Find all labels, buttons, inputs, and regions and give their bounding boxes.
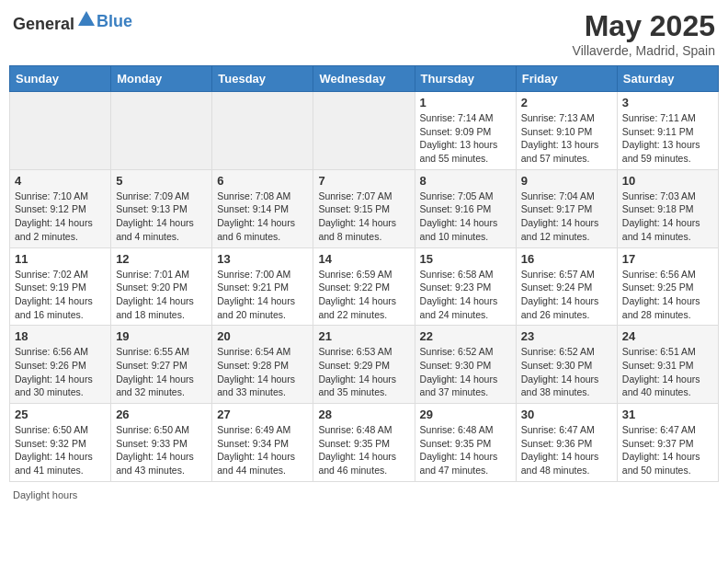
title-block: May 2025 Villaverde, Madrid, Spain	[573, 9, 715, 58]
day-number: 2	[521, 96, 612, 109]
day-info: Sunrise: 7:03 AMSunset: 9:18 PMDaylight:…	[622, 190, 713, 244]
calendar-day-cell: 30Sunrise: 6:47 AMSunset: 9:36 PMDayligh…	[516, 404, 617, 482]
calendar-day-cell: 28Sunrise: 6:48 AMSunset: 9:35 PMDayligh…	[313, 404, 415, 482]
calendar-table: SundayMondayTuesdayWednesdayThursdayFrid…	[9, 65, 719, 482]
calendar-day-cell: 29Sunrise: 6:48 AMSunset: 9:35 PMDayligh…	[415, 404, 516, 482]
day-number: 18	[15, 329, 106, 343]
day-number: 12	[116, 252, 207, 266]
calendar-day-cell: 4Sunrise: 7:10 AMSunset: 9:12 PMDaylight…	[10, 169, 111, 247]
calendar-day-header: Tuesday	[212, 66, 313, 92]
calendar-day-cell: 22Sunrise: 6:52 AMSunset: 9:30 PMDayligh…	[415, 326, 516, 404]
day-number: 26	[116, 408, 207, 421]
calendar-week-row: 18Sunrise: 6:56 AMSunset: 9:26 PMDayligh…	[10, 326, 719, 404]
page-header: General Blue May 2025 Villaverde, Madrid…	[9, 9, 719, 58]
calendar-day-cell: 2Sunrise: 7:13 AMSunset: 9:10 PMDaylight…	[516, 92, 617, 170]
day-info: Sunrise: 6:47 AMSunset: 9:36 PMDaylight:…	[521, 423, 612, 477]
title-month: May 2025	[573, 9, 715, 43]
day-info: Sunrise: 6:56 AMSunset: 9:26 PMDaylight:…	[15, 345, 106, 399]
day-number: 25	[15, 408, 106, 421]
day-number: 11	[15, 252, 106, 266]
day-info: Sunrise: 6:47 AMSunset: 9:37 PMDaylight:…	[622, 423, 713, 477]
day-number: 22	[420, 329, 511, 343]
calendar-day-cell: 6Sunrise: 7:08 AMSunset: 9:14 PMDaylight…	[212, 169, 313, 247]
calendar-day-cell: 8Sunrise: 7:05 AMSunset: 9:16 PMDaylight…	[415, 169, 516, 247]
logo: General Blue	[13, 9, 132, 34]
logo-text-blue: Blue	[97, 12, 132, 30]
calendar-day-cell: 31Sunrise: 6:47 AMSunset: 9:37 PMDayligh…	[617, 404, 718, 482]
day-number: 27	[217, 408, 308, 421]
day-info: Sunrise: 7:09 AMSunset: 9:13 PMDaylight:…	[116, 190, 207, 244]
calendar-day-cell	[313, 92, 415, 170]
logo-text-general: General	[13, 15, 74, 33]
day-info: Sunrise: 7:02 AMSunset: 9:19 PMDaylight:…	[15, 268, 106, 322]
calendar-header-row: SundayMondayTuesdayWednesdayThursdayFrid…	[10, 66, 719, 92]
day-info: Sunrise: 6:55 AMSunset: 9:27 PMDaylight:…	[116, 345, 207, 399]
calendar-week-row: 11Sunrise: 7:02 AMSunset: 9:19 PMDayligh…	[10, 247, 719, 326]
calendar-day-header: Monday	[111, 66, 212, 92]
day-number: 28	[318, 408, 409, 421]
day-number: 31	[622, 408, 713, 421]
svg-marker-0	[78, 11, 95, 26]
day-number: 7	[318, 174, 409, 188]
calendar-day-cell: 10Sunrise: 7:03 AMSunset: 9:18 PMDayligh…	[617, 169, 718, 247]
calendar-day-cell: 9Sunrise: 7:04 AMSunset: 9:17 PMDaylight…	[516, 169, 617, 247]
calendar-day-cell: 15Sunrise: 6:58 AMSunset: 9:23 PMDayligh…	[415, 247, 516, 326]
logo-icon	[76, 9, 97, 29]
calendar-day-cell: 14Sunrise: 6:59 AMSunset: 9:22 PMDayligh…	[313, 247, 415, 326]
day-number: 14	[318, 252, 409, 266]
calendar-day-cell: 25Sunrise: 6:50 AMSunset: 9:32 PMDayligh…	[10, 404, 111, 482]
calendar-day-cell	[10, 92, 111, 170]
day-info: Sunrise: 6:59 AMSunset: 9:22 PMDaylight:…	[318, 268, 409, 322]
day-info: Sunrise: 7:04 AMSunset: 9:17 PMDaylight:…	[521, 190, 612, 244]
calendar-week-row: 4Sunrise: 7:10 AMSunset: 9:12 PMDaylight…	[10, 169, 719, 247]
calendar-day-cell: 21Sunrise: 6:53 AMSunset: 9:29 PMDayligh…	[313, 326, 415, 404]
day-number: 23	[521, 329, 612, 343]
calendar-day-cell: 7Sunrise: 7:07 AMSunset: 9:15 PMDaylight…	[313, 169, 415, 247]
day-number: 5	[116, 174, 207, 188]
day-number: 1	[420, 96, 511, 109]
calendar-day-header: Sunday	[10, 66, 111, 92]
day-info: Sunrise: 6:52 AMSunset: 9:30 PMDaylight:…	[521, 345, 612, 399]
day-info: Sunrise: 6:48 AMSunset: 9:35 PMDaylight:…	[420, 423, 511, 477]
day-number: 10	[622, 174, 713, 188]
day-info: Sunrise: 7:00 AMSunset: 9:21 PMDaylight:…	[217, 268, 308, 322]
day-info: Sunrise: 6:50 AMSunset: 9:32 PMDaylight:…	[15, 423, 106, 477]
day-info: Sunrise: 7:01 AMSunset: 9:20 PMDaylight:…	[116, 268, 207, 322]
day-number: 16	[521, 252, 612, 266]
day-info: Sunrise: 6:50 AMSunset: 9:33 PMDaylight:…	[116, 423, 207, 477]
day-info: Sunrise: 6:52 AMSunset: 9:30 PMDaylight:…	[420, 345, 511, 399]
day-info: Sunrise: 7:11 AMSunset: 9:11 PMDaylight:…	[622, 111, 713, 166]
day-info: Sunrise: 6:58 AMSunset: 9:23 PMDaylight:…	[420, 268, 511, 322]
calendar-day-cell	[111, 92, 212, 170]
day-info: Sunrise: 6:53 AMSunset: 9:29 PMDaylight:…	[318, 345, 409, 399]
day-info: Sunrise: 7:07 AMSunset: 9:15 PMDaylight:…	[318, 190, 409, 244]
calendar-day-cell: 20Sunrise: 6:54 AMSunset: 9:28 PMDayligh…	[212, 326, 313, 404]
day-number: 17	[622, 252, 713, 266]
day-info: Sunrise: 7:10 AMSunset: 9:12 PMDaylight:…	[15, 190, 106, 244]
calendar-day-cell: 18Sunrise: 6:56 AMSunset: 9:26 PMDayligh…	[10, 326, 111, 404]
calendar-week-row: 1Sunrise: 7:14 AMSunset: 9:09 PMDaylight…	[10, 92, 719, 170]
day-info: Sunrise: 6:51 AMSunset: 9:31 PMDaylight:…	[622, 345, 713, 399]
day-number: 8	[420, 174, 511, 188]
day-info: Sunrise: 7:08 AMSunset: 9:14 PMDaylight:…	[217, 190, 308, 244]
calendar-day-cell: 24Sunrise: 6:51 AMSunset: 9:31 PMDayligh…	[617, 326, 718, 404]
day-number: 9	[521, 174, 612, 188]
calendar-day-header: Wednesday	[313, 66, 415, 92]
day-number: 4	[15, 174, 106, 188]
footer-text: Daylight hours	[13, 489, 77, 500]
calendar-day-cell: 16Sunrise: 6:57 AMSunset: 9:24 PMDayligh…	[516, 247, 617, 326]
day-info: Sunrise: 6:48 AMSunset: 9:35 PMDaylight:…	[318, 423, 409, 477]
day-number: 15	[420, 252, 511, 266]
day-info: Sunrise: 6:57 AMSunset: 9:24 PMDaylight:…	[521, 268, 612, 322]
day-number: 24	[622, 329, 713, 343]
day-info: Sunrise: 7:13 AMSunset: 9:10 PMDaylight:…	[521, 111, 612, 166]
day-number: 3	[622, 96, 713, 109]
calendar-day-cell: 19Sunrise: 6:55 AMSunset: 9:27 PMDayligh…	[111, 326, 212, 404]
calendar-day-header: Thursday	[415, 66, 516, 92]
calendar-day-header: Saturday	[617, 66, 718, 92]
day-number: 29	[420, 408, 511, 421]
day-number: 21	[318, 329, 409, 343]
calendar-day-cell: 12Sunrise: 7:01 AMSunset: 9:20 PMDayligh…	[111, 247, 212, 326]
day-info: Sunrise: 7:05 AMSunset: 9:16 PMDaylight:…	[420, 190, 511, 244]
calendar-day-cell: 13Sunrise: 7:00 AMSunset: 9:21 PMDayligh…	[212, 247, 313, 326]
